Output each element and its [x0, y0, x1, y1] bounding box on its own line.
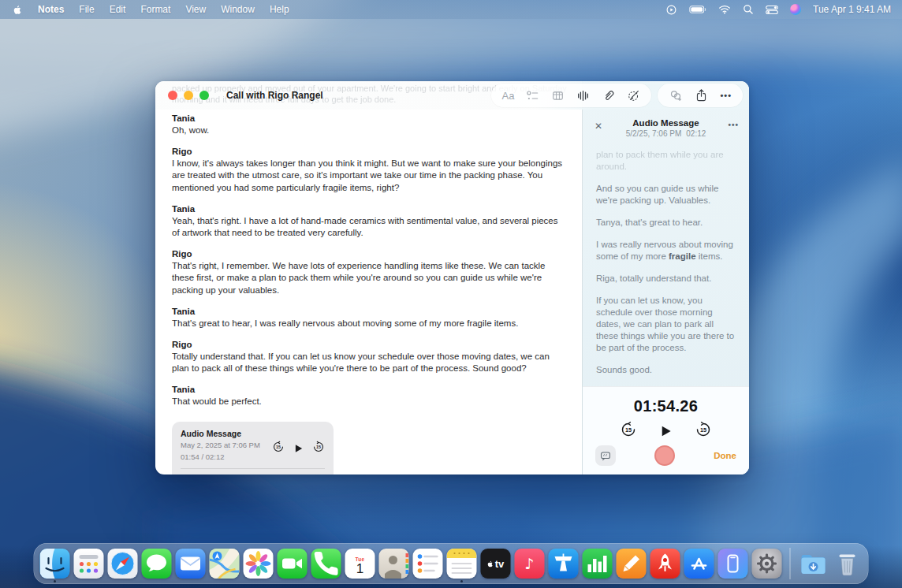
format-text-button[interactable]: Aa — [502, 90, 515, 102]
audio-card-title: Audio Message — [181, 429, 260, 438]
dock-numbers-icon[interactable] — [583, 549, 613, 579]
play-button[interactable] — [659, 424, 673, 438]
control-center-icon[interactable] — [766, 5, 778, 15]
dock-trash-icon[interactable] — [833, 549, 863, 579]
apple-menu-icon[interactable] — [13, 4, 23, 16]
wifi-icon[interactable] — [718, 5, 731, 14]
screen-mirroring-indicator-icon[interactable] — [665, 4, 677, 16]
dock-app-store-icon[interactable] — [684, 549, 714, 579]
attachment-button[interactable] — [602, 89, 615, 102]
audio-card-date: May 2, 2025 at 7:06 PM — [181, 440, 260, 450]
siri-icon[interactable] — [790, 4, 801, 15]
dock-messages-icon[interactable] — [142, 549, 172, 579]
dock-maps-icon[interactable] — [210, 549, 240, 579]
dock-music-icon[interactable]: ♪ — [515, 549, 545, 579]
play-button[interactable] — [293, 443, 304, 454]
notes-window: packed up properly and moved out of your… — [155, 81, 749, 474]
panel-more-button[interactable]: ••• — [728, 121, 739, 129]
dock-photos-icon[interactable] — [244, 549, 274, 579]
dock-downloads-folder-icon[interactable] — [799, 549, 829, 579]
window-titlebar: packed up properly and moved out of your… — [155, 81, 749, 110]
dock-phone-icon[interactable] — [311, 549, 341, 579]
svg-text:15: 15 — [276, 445, 281, 449]
audio-message-card[interactable]: Audio Message May 2, 2025 at 7:06 PM 01:… — [172, 422, 334, 474]
transcript-line: plan to pack them while you are around. — [596, 149, 736, 173]
menubar-app-name[interactable]: Notes — [38, 4, 64, 15]
dock-calendar-icon[interactable]: Tue1 — [345, 549, 375, 579]
close-window-button[interactable] — [168, 91, 177, 100]
menu-window[interactable]: Window — [221, 4, 255, 15]
menu-help[interactable]: Help — [270, 4, 289, 15]
desktop: Notes File Edit Format View Window Help … — [0, 0, 902, 588]
more-options-button[interactable]: ••• — [720, 91, 732, 100]
audio-waveform-button[interactable] — [576, 89, 590, 102]
minimize-window-button[interactable] — [184, 91, 193, 100]
panel-datetime: 5/2/25, 7:06 PM — [626, 129, 682, 138]
conversation-block: Tania Oh, wow. — [172, 113, 566, 136]
speaker-text: That's great to hear, I was really nervo… — [172, 318, 566, 329]
skip-back-15-button[interactable]: 15 — [620, 421, 637, 441]
window-title: Call with Rigo Rangel — [226, 90, 323, 101]
menu-edit[interactable]: Edit — [110, 4, 126, 15]
playback-time: 01:54.26 — [583, 397, 749, 415]
conversation-block: Rigo That's right, I remember. We have l… — [172, 248, 566, 296]
done-button[interactable]: Done — [714, 451, 736, 460]
speaker-name: Rigo — [172, 146, 566, 158]
speaker-text: Yeah, that's right. I have a lot of hand… — [172, 215, 566, 239]
dock-keynote-icon[interactable] — [549, 549, 579, 579]
battery-icon[interactable] — [689, 5, 706, 14]
dock-games-icon[interactable] — [650, 549, 680, 579]
speaker-name: Tania — [172, 384, 566, 396]
skip-forward-15-button[interactable]: 15 — [695, 421, 712, 441]
dock-contacts-icon[interactable] — [379, 549, 409, 579]
dock-facetime-icon[interactable] — [278, 549, 308, 579]
window-controls — [168, 91, 209, 100]
calendar-day: 1 — [356, 562, 363, 576]
markup-button[interactable] — [627, 89, 640, 102]
spotlight-search-icon[interactable] — [743, 4, 754, 15]
panel-title: Audio Message — [594, 118, 738, 128]
dock-finder-icon[interactable] — [40, 549, 70, 579]
close-panel-button[interactable]: ✕ — [594, 121, 602, 132]
skip-forward-15-button[interactable]: 15 — [312, 441, 325, 456]
speaker-text: I know, it's always takes longer than yo… — [172, 158, 566, 194]
transcript-line: Sounds good. — [596, 364, 736, 376]
audio-message-panel: ✕ Audio Message 5/2/25, 7:06 PM02:12 •••… — [582, 81, 749, 474]
dock-safari-icon[interactable] — [108, 549, 138, 579]
dock-launchpad-icon[interactable] — [74, 549, 104, 579]
dock-pages-icon[interactable] — [617, 549, 647, 579]
dock-iphone-mirroring-icon[interactable] — [718, 549, 748, 579]
checklist-button[interactable] — [526, 89, 539, 102]
speaker-text: Oh, wow. — [172, 125, 566, 136]
speaker-text: That's right, I remember. We have lots o… — [172, 260, 566, 296]
menu-view[interactable]: View — [185, 4, 206, 15]
speaker-name: Rigo — [172, 248, 566, 260]
record-button[interactable] — [654, 445, 675, 466]
note-editor[interactable]: Tania Oh, wow. Rigo I know, it's always … — [155, 81, 582, 474]
conversation-block: Tania Yeah, that's right. I have a lot o… — [172, 203, 566, 239]
share-button[interactable] — [695, 88, 708, 102]
transcript-bubble-button[interactable] — [595, 445, 616, 466]
skip-back-15-button[interactable]: 15 — [272, 441, 285, 456]
dock-system-settings-icon[interactable] — [752, 549, 782, 579]
dock-divider — [790, 548, 791, 579]
link-note-button[interactable] — [669, 88, 683, 102]
speaker-text: Totally understand that. If you can let … — [172, 351, 566, 374]
table-button[interactable] — [551, 89, 565, 102]
svg-text:15: 15 — [316, 445, 321, 449]
transcript-line: Tanya, that's great to hear. — [596, 217, 736, 229]
dock-mail-icon[interactable] — [176, 549, 206, 579]
menu-format[interactable]: Format — [140, 4, 170, 15]
svg-text:15: 15 — [625, 426, 632, 434]
zoom-window-button[interactable] — [199, 91, 209, 100]
transcript-line: I was really nervous about moving some o… — [596, 239, 736, 262]
dock-notes-icon[interactable] — [447, 549, 477, 579]
menu-file[interactable]: File — [79, 4, 94, 15]
conversation-block: Tania That's great to hear, I was really… — [172, 306, 566, 329]
panel-playback-controls: 01:54.26 15 15 Done — [583, 386, 749, 474]
music-note-glyph: ♪ — [524, 555, 534, 572]
menubar-clock[interactable]: Tue Apr 1 9:41 AM — [813, 4, 891, 15]
conversation-block: Rigo I know, it's always takes longer th… — [172, 146, 566, 194]
dock-reminders-icon[interactable] — [413, 549, 443, 579]
dock-tv-icon[interactable]: tv — [481, 549, 511, 579]
